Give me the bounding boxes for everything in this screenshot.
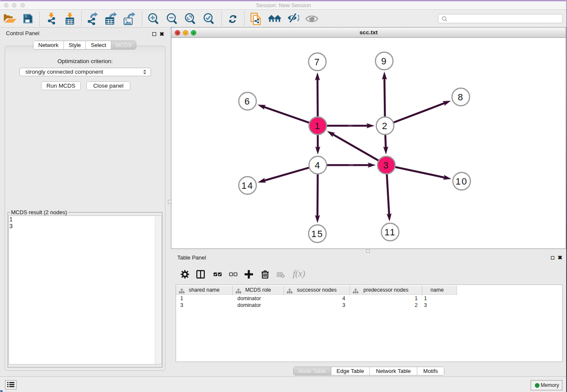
- svg-text:14: 14: [242, 180, 254, 191]
- svg-text:10: 10: [456, 176, 468, 187]
- svg-text:7: 7: [314, 57, 320, 67]
- svg-text:11: 11: [384, 227, 396, 237]
- svg-text:15: 15: [311, 229, 324, 239]
- svg-text:8: 8: [458, 92, 464, 102]
- svg-text:4: 4: [315, 160, 321, 171]
- svg-text:6: 6: [245, 96, 250, 107]
- svg-text:1: 1: [315, 121, 321, 131]
- svg-text:9: 9: [381, 56, 387, 66]
- svg-text:2: 2: [382, 121, 388, 131]
- svg-text:3: 3: [383, 160, 389, 171]
